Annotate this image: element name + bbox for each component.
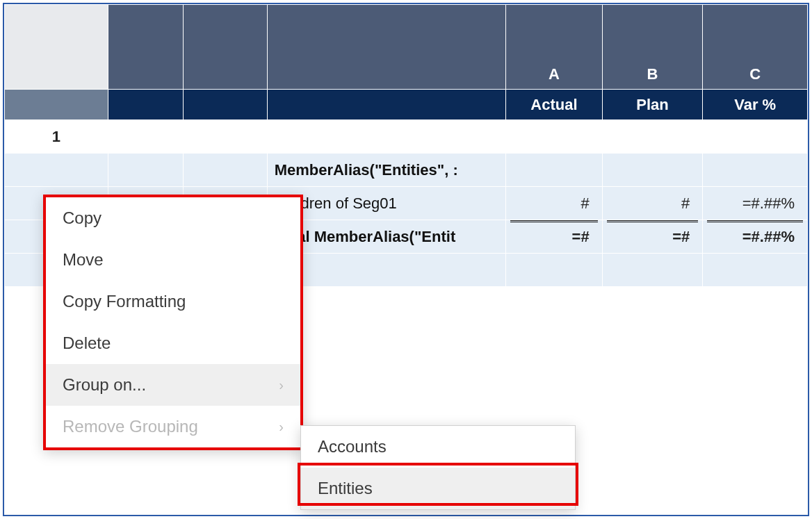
- col-label-plan[interactable]: Plan: [602, 90, 703, 120]
- report-grid-frame: A B C Actual Plan Var % 1 MemberAl: [3, 3, 809, 516]
- submenu-item-accounts[interactable]: Accounts: [301, 426, 575, 468]
- submenu-item-label: Entities: [318, 479, 373, 497]
- col-label-blank-1[interactable]: [108, 90, 183, 120]
- submenu-item-label: Accounts: [318, 437, 387, 456]
- column-label-row: Actual Plan Var %: [5, 90, 808, 120]
- table-row: MemberAlias("Entities", :: [5, 154, 808, 187]
- cell[interactable]: [108, 120, 183, 154]
- menu-item-copy[interactable]: Copy: [46, 197, 300, 239]
- col-label-blank-3[interactable]: [267, 90, 505, 120]
- menu-item-label: Copy: [63, 208, 102, 228]
- col-header-blank-2[interactable]: [184, 5, 268, 90]
- group-on-submenu: Accounts Entities: [300, 425, 576, 510]
- menu-item-label: Copy Formatting: [63, 292, 186, 311]
- col-letter-b[interactable]: B: [602, 5, 703, 90]
- menu-item-move[interactable]: Move: [46, 239, 300, 281]
- submenu-item-entities[interactable]: Entities: [301, 468, 575, 509]
- col-label-blank-2[interactable]: [184, 90, 268, 120]
- cell[interactable]: [108, 154, 183, 187]
- cell[interactable]: [184, 154, 268, 187]
- cell[interactable]: [506, 154, 603, 187]
- cell[interactable]: [703, 254, 808, 287]
- col-letter-a[interactable]: A: [506, 5, 603, 90]
- cell-plan[interactable]: #: [602, 187, 703, 220]
- cell[interactable]: [602, 254, 703, 287]
- menu-item-label: Group on...: [63, 375, 146, 395]
- cell[interactable]: [703, 154, 808, 187]
- cell[interactable]: [506, 120, 603, 154]
- cell-actual[interactable]: #: [506, 187, 603, 220]
- chevron-right-icon: ›: [279, 377, 284, 393]
- cell[interactable]: [267, 120, 505, 154]
- cell[interactable]: [703, 120, 808, 154]
- col-header-blank-1[interactable]: [108, 5, 183, 90]
- row-number-1[interactable]: 1: [5, 120, 108, 154]
- cell[interactable]: [506, 254, 603, 287]
- cell[interactable]: [184, 120, 268, 154]
- corner-cell: [5, 5, 108, 90]
- column-letter-row: A B C: [5, 5, 808, 90]
- table-row: 1: [5, 120, 808, 154]
- context-menu: Copy Move Copy Formatting Delete Group o…: [43, 195, 303, 450]
- cell-varpct-total[interactable]: =#.##%: [703, 220, 808, 254]
- cell-plan-total[interactable]: =#: [602, 220, 703, 254]
- menu-item-label: Remove Grouping: [63, 417, 198, 436]
- col-header-blank-3[interactable]: [267, 5, 505, 90]
- row-header-handle[interactable]: [5, 90, 108, 120]
- col-label-varpct[interactable]: Var %: [703, 90, 808, 120]
- cell-actual-total[interactable]: =#: [506, 220, 603, 254]
- menu-item-copy-formatting[interactable]: Copy Formatting: [46, 281, 300, 322]
- row-number-2[interactable]: [5, 154, 108, 187]
- menu-item-remove-grouping: Remove Grouping ›: [46, 406, 300, 447]
- chevron-right-icon: ›: [279, 419, 284, 435]
- menu-item-delete[interactable]: Delete: [46, 322, 300, 364]
- menu-item-label: Delete: [63, 333, 111, 353]
- col-letter-c[interactable]: C: [703, 5, 808, 90]
- menu-item-group-on[interactable]: Group on... ›: [46, 364, 300, 406]
- cell[interactable]: [602, 120, 703, 154]
- col-label-actual[interactable]: Actual: [506, 90, 603, 120]
- cell-varpct[interactable]: =#.##%: [703, 187, 808, 220]
- cell-member-alias-header[interactable]: MemberAlias("Entities", :: [267, 154, 505, 187]
- cell[interactable]: [602, 154, 703, 187]
- menu-item-label: Move: [63, 250, 104, 270]
